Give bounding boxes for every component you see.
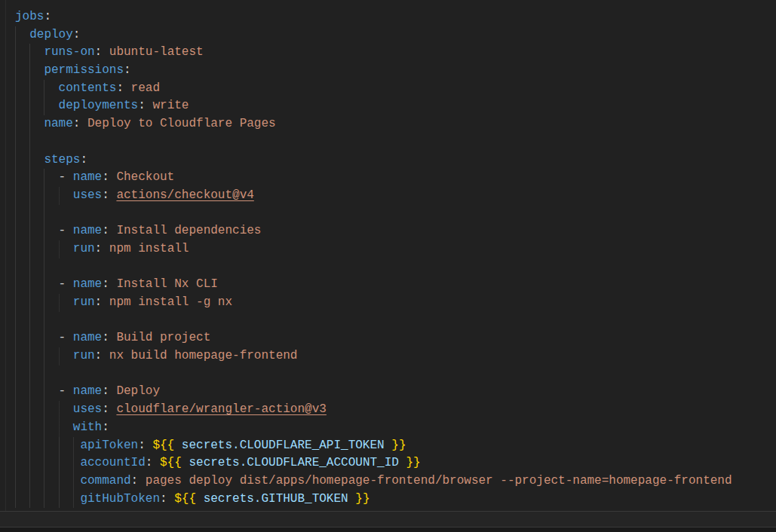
yaml-string-value: nx build homepage-frontend [109, 349, 298, 362]
secrets-variable: secrets.CLOUDFLARE_API_TOKEN [182, 439, 385, 452]
yaml-punctuation: : [131, 474, 146, 488]
yaml-string-value: npm install -g nx [109, 295, 232, 309]
yaml-key: deploy [29, 28, 73, 41]
yaml-punctuation: : [102, 420, 109, 434]
secrets-variable: secrets.GITHUB_TOKEN [204, 492, 348, 506]
yaml-string-value: npm install [109, 242, 189, 255]
code-line: - name: Build project [0, 329, 776, 347]
yaml-punctuation: : [80, 153, 87, 167]
yaml-punctuation: : [44, 10, 51, 23]
yaml-key: uses [73, 402, 102, 416]
yaml-punctuation: : [146, 456, 160, 469]
yaml-punctuation: : [102, 170, 116, 184]
yaml-key: run [73, 295, 95, 309]
code-line: run: npm install -g nx [0, 294, 776, 312]
yaml-punctuation: : [102, 224, 116, 237]
code-line: runs-on: ubuntu-latest [0, 44, 776, 62]
code-line: - name: Install dependencies [0, 222, 776, 240]
yaml-punctuation: : [160, 492, 174, 506]
horizontal-scrollbar[interactable] [0, 511, 776, 527]
yaml-punctuation: : [116, 81, 130, 95]
code-line: command: pages deploy dist/apps/homepage… [0, 472, 776, 491]
code-line: gitHubToken: ${{ secrets.GITHUB_TOKEN }} [0, 491, 776, 509]
code-line: accountId: ${{ secrets.CLOUDFLARE_ACCOUN… [0, 454, 776, 472]
code-line-blank [0, 205, 776, 223]
yaml-key: command [80, 474, 130, 488]
code-line-blank [0, 312, 776, 330]
expression-delimiter: }} [391, 439, 406, 452]
code-line: permissions: [0, 62, 776, 80]
code-line-blank [0, 133, 776, 151]
code-line: uses: actions/checkout@v4 [0, 187, 776, 205]
yaml-punctuation: : [95, 349, 109, 362]
secrets-variable: secrets.CLOUDFLARE_ACCOUNT_ID [189, 456, 398, 469]
yaml-punctuation: : [95, 295, 109, 309]
space [348, 492, 356, 506]
code-line: deploy: [0, 26, 776, 44]
yaml-punctuation: : [124, 63, 131, 77]
list-dash: - [59, 384, 73, 398]
yaml-key: run [73, 242, 95, 255]
yaml-punctuation: : [138, 439, 152, 452]
action-reference-link[interactable]: cloudflare/wrangler-action@v3 [116, 402, 326, 416]
yaml-punctuation: : [95, 45, 109, 59]
window-bottom-edge [0, 527, 776, 532]
expression-delimiter: }} [406, 456, 421, 469]
code-line: with: [0, 419, 776, 437]
code-line-blank [0, 258, 776, 277]
action-reference-link[interactable]: actions/checkout@v4 [116, 188, 253, 202]
yaml-string-value: write [152, 99, 189, 112]
code-line: contents: read [0, 80, 776, 98]
code-line: deployments: write [0, 97, 776, 115]
code-line: apiToken: ${{ secrets.CLOUDFLARE_API_TOK… [0, 437, 776, 455]
yaml-punctuation: : [138, 99, 152, 112]
yaml-string-value: read [131, 81, 160, 95]
vscode-editor-window: jobs:deploy:runs-on: ubuntu-latestpermis… [0, 0, 776, 532]
yaml-key: uses [73, 188, 102, 202]
yaml-key: permissions [44, 63, 124, 77]
yaml-key: name [73, 224, 102, 237]
yaml-key: name [44, 117, 72, 130]
list-dash: - [59, 224, 73, 237]
code-line: uses: cloudflare/wrangler-action@v3 [0, 401, 776, 419]
yaml-key: jobs [15, 10, 44, 23]
yaml-key: deployments [59, 99, 139, 112]
yaml-punctuation: : [102, 188, 116, 202]
yaml-key: name [73, 277, 102, 291]
yaml-key: name [73, 170, 102, 184]
yaml-key: runs-on [44, 45, 94, 59]
yaml-key: accountId [80, 456, 145, 469]
code-line: - name: Install Nx CLI [0, 276, 776, 294]
space [174, 439, 182, 452]
yaml-code-editor[interactable]: jobs:deploy:runs-on: ubuntu-latestpermis… [0, 0, 776, 508]
yaml-punctuation: : [102, 384, 116, 398]
yaml-punctuation: : [102, 331, 116, 344]
yaml-string-value: Build project [116, 331, 210, 344]
yaml-key: apiToken [80, 439, 138, 452]
yaml-string-value: Deploy [116, 384, 160, 398]
yaml-punctuation: : [73, 28, 81, 41]
yaml-string-value: Install dependencies [116, 224, 261, 237]
yaml-string-value: pages deploy dist/apps/homepage-frontend… [146, 474, 732, 488]
code-line: - name: Checkout [0, 169, 776, 187]
code-line: - name: Deploy [0, 383, 776, 401]
expression-delimiter: ${{ [160, 456, 182, 469]
yaml-punctuation: : [95, 242, 109, 255]
yaml-key: run [73, 349, 95, 362]
yaml-string-value: ubuntu-latest [109, 45, 204, 59]
code-line-blank [0, 365, 776, 384]
yaml-key: steps [44, 153, 80, 167]
code-line: jobs: [0, 8, 776, 26]
yaml-punctuation: : [102, 277, 116, 291]
yaml-key: name [73, 384, 102, 398]
space [182, 456, 189, 469]
list-dash: - [59, 331, 73, 344]
yaml-string-value: Install Nx CLI [116, 277, 217, 291]
yaml-punctuation: : [102, 402, 116, 416]
yaml-key: with [73, 420, 102, 434]
list-dash: - [59, 277, 73, 291]
list-dash: - [59, 170, 73, 184]
code-line: name: Deploy to Cloudflare Pages [0, 115, 776, 133]
code-line: steps: [0, 151, 776, 170]
yaml-key: gitHubToken [80, 492, 160, 506]
